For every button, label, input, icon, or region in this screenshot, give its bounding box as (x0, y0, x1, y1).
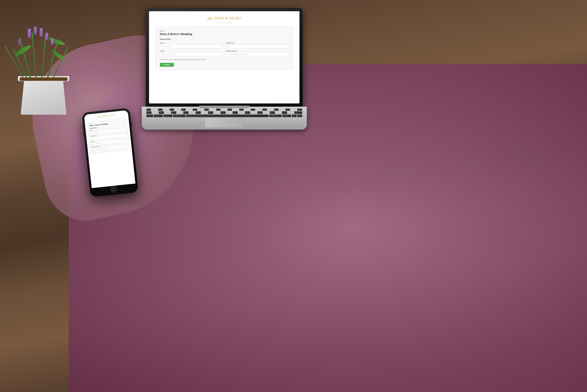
laptop-email-group: Email* Your active email (160, 50, 223, 56)
laptop-screen-frame: dn DINIE & NICHO RSVP FORM RSVP Dinie & … (146, 8, 303, 107)
keyboard-row-fn: esc F1 F2 F3 F4 F5 F6 F7 F8 F9 F10 F11 F… (146, 108, 302, 111)
laptop-mobile-label: Mobile number* (226, 50, 289, 52)
phone-logo-script: dn (97, 115, 100, 118)
laptop-rsvp-header: dn DINIE & NICHO RSVP FORM (155, 15, 293, 24)
phone-rsvp-card: RSVP Dinie & Nicho's Wedding Guest form … (87, 118, 130, 154)
key-esc: esc (146, 108, 151, 111)
key-option-right: option (282, 114, 291, 117)
laptop-camera (224, 10, 225, 11)
flower-3 (40, 28, 43, 37)
key-space (186, 114, 268, 117)
scene-container: dn DINIE & NICHO RSVP FORM RSVP Dinie & … (0, 0, 587, 392)
pot-body (21, 78, 66, 115)
laptop-section-label: RSVP (160, 30, 289, 32)
phone: dn DINIE & NICHO RSVP FORM RSVP Dinie & … (82, 108, 138, 197)
phone-volume-up[interactable] (82, 126, 83, 130)
laptop-name-group: Name* Your full name (160, 42, 223, 48)
laptop-logo: dn DINIE & NICHO (155, 15, 293, 21)
laptop-form-note: Please fill the form correctly, especial… (160, 59, 289, 60)
keyboard-row-qwerty: Q W E R T Z U I O P Ü + ← (146, 111, 302, 114)
phone-bezel: dn DINIE & NICHO RSVP FORM RSVP Dinie & … (84, 110, 136, 195)
key-command-right: ⌘ command (269, 114, 282, 117)
phone-rsvp-page: dn DINIE & NICHO RSVP FORM RSVP Dinie & … (84, 110, 132, 156)
laptop-base: esc F1 F2 F3 F4 F5 F6 F7 F8 F9 F10 F11 F… (142, 107, 307, 130)
stem-3 (41, 35, 46, 78)
key-fn: fn (146, 114, 153, 117)
laptop-rsvp-page: dn DINIE & NICHO RSVP FORM RSVP Dinie & … (149, 11, 299, 74)
flower-1 (28, 29, 31, 38)
laptop-mobile-input[interactable]: Your mobile phone number (226, 52, 289, 56)
key-arrows: ▲ (292, 114, 297, 117)
laptop-mobile-group: Mobile number* Your mobile phone number (226, 50, 289, 56)
laptop-total-input[interactable]: 1 (226, 44, 289, 48)
laptop-rsvp-title: Dinie & Nicho's Wedding (160, 32, 289, 36)
flower-6 (18, 39, 20, 46)
laptop-touchpad[interactable] (205, 118, 244, 128)
key-command-left: ⌘ command (173, 114, 185, 117)
plant-area (0, 0, 110, 126)
laptop-email-input[interactable]: Your active email (160, 52, 223, 56)
laptop-screen-content: dn DINIE & NICHO RSVP FORM RSVP Dinie & … (149, 11, 299, 104)
key-control: control (154, 114, 163, 117)
key-option-left: option (163, 114, 172, 117)
key-arrow-down: ▼ (297, 114, 302, 117)
phone-volume-down[interactable] (83, 132, 84, 136)
laptop-email-label: Email* (160, 50, 223, 52)
laptop: dn DINIE & NICHO RSVP FORM RSVP Dinie & … (142, 8, 307, 130)
flower-4 (45, 33, 48, 40)
laptop-form-row-1: Name* Your full name Total person 1 (160, 42, 289, 48)
keyboard-row-bottom: fn control option ⌘ command ⌘ command op… (146, 114, 302, 117)
laptop-rsvp-card: RSVP Dinie & Nicho's Wedding Guest form … (155, 26, 293, 70)
phone-home-button[interactable] (110, 186, 117, 193)
laptop-keyboard: esc F1 F2 F3 F4 F5 F6 F7 F8 F9 F10 F11 F… (142, 107, 307, 117)
laptop-hinge (199, 106, 249, 108)
laptop-guest-form-title: Guest form (160, 38, 289, 40)
laptop-form-subtitle: RSVP FORM (155, 22, 293, 24)
logo-text: DINIE & NICHO (214, 16, 241, 21)
logo-script: dn (207, 15, 212, 21)
phone-screen: dn DINIE & NICHO RSVP FORM RSVP Dinie & … (84, 110, 135, 188)
laptop-submit-button[interactable]: SUBMIT (160, 63, 174, 67)
stem-1 (19, 38, 31, 78)
laptop-name-label: Name* (160, 42, 223, 44)
stem-2 (32, 32, 37, 78)
laptop-name-input[interactable]: Your full name (160, 44, 223, 48)
flower-2 (34, 26, 37, 34)
laptop-screen-bezel: dn DINIE & NICHO RSVP FORM RSVP Dinie & … (149, 11, 299, 104)
stem-4 (47, 40, 58, 78)
leaf-1 (14, 44, 32, 57)
flower-5 (51, 38, 53, 45)
laptop-total-group: Total person 1 (226, 42, 289, 48)
laptop-form-row-2: Email* Your active email Mobile number* … (160, 50, 289, 56)
laptop-total-label: Total person (226, 42, 289, 44)
